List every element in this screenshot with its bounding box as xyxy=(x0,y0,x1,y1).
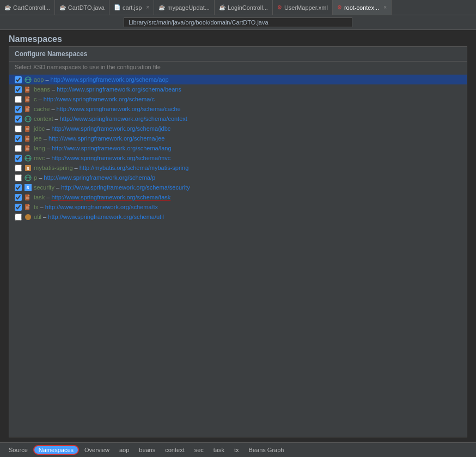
namespace-item-aop[interactable]: aop – http://www.springframework.org/sch… xyxy=(9,75,467,84)
tab-label-cart-dto: CartDTO.java xyxy=(68,4,105,11)
bottom-tab-namespaces[interactable]: Namespaces xyxy=(33,445,79,455)
tab-user-mapper[interactable]: ⚙UserMapper.xml xyxy=(273,0,333,15)
namespace-url-util: http://www.springframework.org/schema/ut… xyxy=(48,214,164,220)
namespace-text-task: task – http://www.springframework.org/sc… xyxy=(34,194,170,200)
tab-cart-controller[interactable]: ☕CartControll... xyxy=(0,0,55,15)
namespace-text-aop: aop – http://www.springframework.org/sch… xyxy=(34,76,169,83)
namespace-list[interactable]: aop – http://www.springframework.org/sch… xyxy=(9,72,467,437)
namespace-checkbox-beans[interactable] xyxy=(15,86,22,93)
tab-label-mypage-update: mypageUpdat... xyxy=(167,4,210,11)
tab-icon-user-mapper: ⚙ xyxy=(277,4,282,10)
bottom-tab-tx[interactable]: tx xyxy=(230,446,243,454)
namespace-checkbox-mvc[interactable] xyxy=(15,155,22,162)
config-panel: Configure Namespaces Select XSD namespac… xyxy=(9,46,467,437)
namespace-url-security: http://www.springframework.org/schema/se… xyxy=(61,184,190,191)
namespace-name-task: task xyxy=(34,194,45,200)
tab-close-cart-jsp[interactable]: × xyxy=(146,4,149,10)
namespace-checkbox-c[interactable] xyxy=(15,96,22,103)
namespace-checkbox-task[interactable] xyxy=(15,194,22,201)
namespace-text-mybatis-spring: mybatis-spring – http://mybatis.org/sche… xyxy=(34,164,188,171)
file-icon xyxy=(24,135,32,142)
namespace-url-beans: http://www.springframework.org/schema/be… xyxy=(57,86,181,93)
namespace-name-aop: aop xyxy=(34,76,44,83)
namespace-checkbox-tx[interactable] xyxy=(15,204,22,211)
svg-point-38 xyxy=(25,214,31,220)
namespace-text-jee: jee – http://www.springframework.org/sch… xyxy=(34,135,164,142)
namespace-item-util[interactable]: util – http://www.springframework.org/sc… xyxy=(15,212,461,222)
namespace-name-context: context xyxy=(34,115,53,122)
page-title: Namespaces xyxy=(0,30,476,46)
namespace-text-cache: cache – http://www.springframework.org/s… xyxy=(34,106,181,112)
bottom-tab-sec[interactable]: sec xyxy=(190,446,208,454)
namespace-item-p[interactable]: p – http://www.springframework.org/schem… xyxy=(15,173,461,182)
tab-cart-dto[interactable]: ☕CartDTO.java xyxy=(55,0,109,15)
bottom-tab-aop[interactable]: aop xyxy=(115,446,133,454)
s-icon: S xyxy=(24,184,32,191)
namespace-text-beans: beans – http://www.springframework.org/s… xyxy=(34,86,181,93)
namespace-url-lang: http://www.springframework.org/schema/la… xyxy=(52,145,171,151)
bottom-tab-context[interactable]: context xyxy=(161,446,188,454)
namespace-item-tx[interactable]: tx – http://www.springframework.org/sche… xyxy=(15,202,461,212)
globe-icon xyxy=(24,115,32,123)
bottom-tab-source[interactable]: Source xyxy=(4,446,32,454)
namespace-checkbox-lang[interactable] xyxy=(15,145,22,152)
namespace-url-c: http://www.springframework.org/schema/c xyxy=(44,96,155,102)
namespace-name-security: security xyxy=(34,184,54,191)
namespace-checkbox-jee[interactable] xyxy=(15,135,22,142)
namespace-checkbox-jdbc[interactable] xyxy=(15,125,22,132)
namespace-text-mvc: mvc – http://www.springframework.org/sch… xyxy=(34,155,170,161)
config-panel-subtitle: Select XSD namespaces to use in the conf… xyxy=(9,62,467,72)
namespace-item-mvc[interactable]: mvc – http://www.springframework.org/sch… xyxy=(15,153,461,163)
namespace-checkbox-p[interactable] xyxy=(15,174,22,181)
file-icon xyxy=(24,144,32,152)
file-icon xyxy=(24,193,32,201)
bottom-tab-beans-graph[interactable]: Beans Graph xyxy=(245,446,289,454)
file-icon xyxy=(24,125,32,132)
path-input[interactable] xyxy=(124,17,352,27)
namespace-item-context[interactable]: context – http://www.springframework.org… xyxy=(15,114,461,124)
namespace-checkbox-util[interactable] xyxy=(15,214,22,221)
tab-icon-cart-controller: ☕ xyxy=(4,4,11,10)
namespace-text-tx: tx – http://www.springframework.org/sche… xyxy=(34,204,158,210)
bottom-tab-task[interactable]: task xyxy=(209,446,229,454)
bottom-tab-beans[interactable]: beans xyxy=(135,446,160,454)
namespace-name-mvc: mvc xyxy=(34,155,45,161)
tab-login-controller[interactable]: ☕LoginControll... xyxy=(215,0,273,15)
bottom-tab-bar: SourceNamespacesOverviewaopbeanscontexts… xyxy=(0,442,476,457)
namespace-item-jee[interactable]: jee – http://www.springframework.org/sch… xyxy=(15,133,461,143)
namespace-text-p: p – http://www.springframework.org/schem… xyxy=(34,174,155,181)
namespace-item-security[interactable]: Ssecurity – http://www.springframework.o… xyxy=(15,182,461,192)
tab-icon-login-controller: ☕ xyxy=(219,4,225,10)
file-icon xyxy=(24,203,32,211)
bottom-tab-overview[interactable]: Overview xyxy=(80,446,114,454)
namespace-item-jdbc[interactable]: jdbc – http://www.springframework.org/sc… xyxy=(15,124,461,133)
namespace-item-beans[interactable]: beans – http://www.springframework.org/s… xyxy=(15,84,461,94)
mybatis-icon: S xyxy=(24,164,32,172)
tab-label-root-context: root-contex... xyxy=(344,4,379,11)
tab-label-user-mapper: UserMapper.xml xyxy=(284,4,328,11)
file-icon xyxy=(24,86,32,93)
namespace-item-cache[interactable]: cache – http://www.springframework.org/s… xyxy=(15,104,461,114)
namespace-checkbox-mybatis-spring[interactable] xyxy=(15,164,22,172)
tab-mypage-update[interactable]: ☕mypageUpdat... xyxy=(154,0,215,15)
namespace-url-p: http://www.springframework.org/schema/p xyxy=(44,174,155,181)
namespace-text-c: c – http://www.springframework.org/schem… xyxy=(34,96,155,102)
namespace-url-jee: http://www.springframework.org/schema/je… xyxy=(48,135,164,142)
namespace-text-jdbc: jdbc – http://www.springframework.org/sc… xyxy=(34,125,170,132)
namespace-item-lang[interactable]: lang – http://www.springframework.org/sc… xyxy=(15,143,461,153)
namespace-url-context: http://www.springframework.org/schema/co… xyxy=(60,115,187,122)
tab-cart-jsp[interactable]: 📄cart.jsp× xyxy=(109,0,154,15)
namespace-item-task[interactable]: task – http://www.springframework.org/sc… xyxy=(15,192,461,202)
namespace-item-mybatis-spring[interactable]: Smybatis-spring – http://mybatis.org/sch… xyxy=(15,163,461,173)
namespace-item-c[interactable]: c – http://www.springframework.org/schem… xyxy=(15,94,461,104)
tab-close-root-context[interactable]: × xyxy=(383,4,387,10)
namespace-name-jee: jee xyxy=(34,135,42,142)
tab-root-context[interactable]: ⚙root-contex...× xyxy=(333,0,392,15)
namespace-checkbox-cache[interactable] xyxy=(15,106,22,113)
main-content: Configure Namespaces Select XSD namespac… xyxy=(0,46,476,442)
namespace-url-task: http://www.springframework.org/schema/ta… xyxy=(51,194,170,200)
namespace-checkbox-security[interactable] xyxy=(15,184,22,191)
namespace-checkbox-context[interactable] xyxy=(15,115,22,123)
namespace-checkbox-aop[interactable] xyxy=(15,76,22,83)
path-bar xyxy=(0,15,476,30)
